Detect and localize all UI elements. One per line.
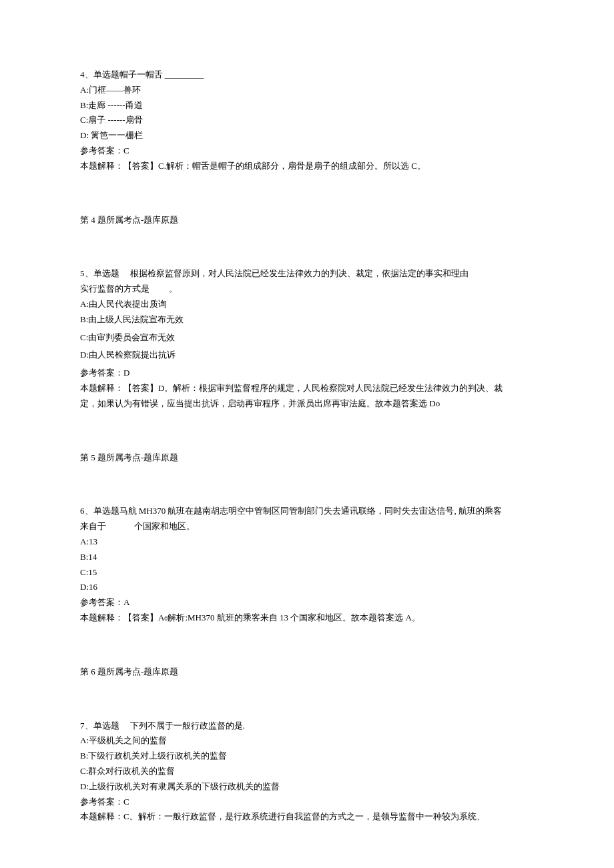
q5-option-b: B:由上级人民法院宣布无效 [80, 313, 534, 327]
q4-option-b: B:走廊 ------甬道 [80, 99, 534, 113]
q6-source: 第 6 题所属考点-题库原题 [80, 665, 534, 679]
question-6: 6、单选题马航 MH370 航班在越南胡志明空中管制区同管制部门失去通讯联络，同… [80, 504, 534, 624]
q5-ref-answer: 参考答案：D [80, 366, 534, 380]
q7-option-c: C:群众对行政机关的监督 [80, 765, 534, 779]
q7-ref-answer: 参考答案：C [80, 795, 534, 809]
q6-option-a: A:13 [80, 535, 534, 549]
q4-source: 第 4 题所属考点-题库原题 [80, 213, 534, 228]
q6-option-c: C:15 [80, 566, 534, 580]
q6-option-b: B:14 [80, 550, 534, 564]
q4-option-a: A:门框——兽环 [80, 83, 534, 97]
q4-ref-answer: 参考答案：C [80, 144, 534, 158]
q4-option-c: C:扇子 ------扇骨 [80, 113, 534, 127]
q5-source: 第 5 题所属考点-题库原题 [80, 451, 534, 465]
q5-option-d: D:由人民检察院提出抗诉 [80, 348, 534, 362]
q7-option-a: A:平级机关之间的监督 [80, 734, 534, 748]
q7-explanation: 本题解释：C。解析：一般行政监督，是行政系统进行自我监督的方式之一，是领导监督中… [80, 810, 534, 824]
q6-stem-line1: 6、单选题马航 MH370 航班在越南胡志明空中管制区同管制部门失去通讯联络，同… [80, 504, 534, 518]
q7-option-b: B:下级行政机关对上级行政机关的监督 [80, 749, 534, 763]
q5-explanation-line1: 本题解释：【答案】D。解析：根据审判监督程序的规定，人民检察院对人民法院已经发生… [80, 382, 534, 396]
q6-explanation: 本题解释：【答案】A₀解析:MH370 航班的乘客来自 13 个国家和地区。故本… [80, 611, 534, 625]
question-7: 7、单选题 下列不属于一般行政监督的是. A:平级机关之间的监督 B:下级行政机… [80, 719, 534, 825]
q4-source-block: 第 4 题所属考点-题库原题 [80, 213, 534, 228]
q5-source-block: 第 5 题所属考点-题库原题 [80, 451, 534, 465]
q6-source-block: 第 6 题所属考点-题库原题 [80, 665, 534, 679]
q6-ref-answer: 参考答案：A [80, 596, 534, 610]
q5-option-a: A:由人民代表提出质询 [80, 298, 534, 312]
q5-option-c: C:由审判委员会宣布无效 [80, 331, 534, 345]
q6-stem-line2: 来自于 个国家和地区。 [80, 520, 534, 534]
q5-stem-line2: 实行监督的方式是 。 [80, 282, 534, 296]
q7-option-d: D:上级行政机关对有隶属关系的下级行政机关的监督 [80, 780, 534, 794]
q4-option-d: D: 篱笆一一栅栏 [80, 129, 534, 143]
question-4: 4、单选题帽子一帽舌 _________ A:门框——兽环 B:走廊 -----… [80, 68, 534, 173]
q4-stem: 4、单选题帽子一帽舌 _________ [80, 68, 534, 82]
question-5: 5、单选题 根据检察监督原则，对人民法院已经发生法律效力的判决、裁定，依据法定的… [80, 267, 534, 410]
q5-explanation-line2: 定，如果认为有错误，应当提出抗诉，启动再审程序，并派员出席再审法庭。故本题答案选… [80, 397, 534, 411]
q6-option-d: D:16 [80, 580, 534, 594]
q5-stem-line1: 5、单选题 根据检察监督原则，对人民法院已经发生法律效力的判决、裁定，依据法定的… [80, 267, 534, 281]
q7-stem: 7、单选题 下列不属于一般行政监督的是. [80, 719, 534, 733]
q4-explanation: 本题解释：【答案】C.解析：帽舌是帽子的组成部分，扇骨是扇子的组成部分。所以选 … [80, 159, 534, 173]
